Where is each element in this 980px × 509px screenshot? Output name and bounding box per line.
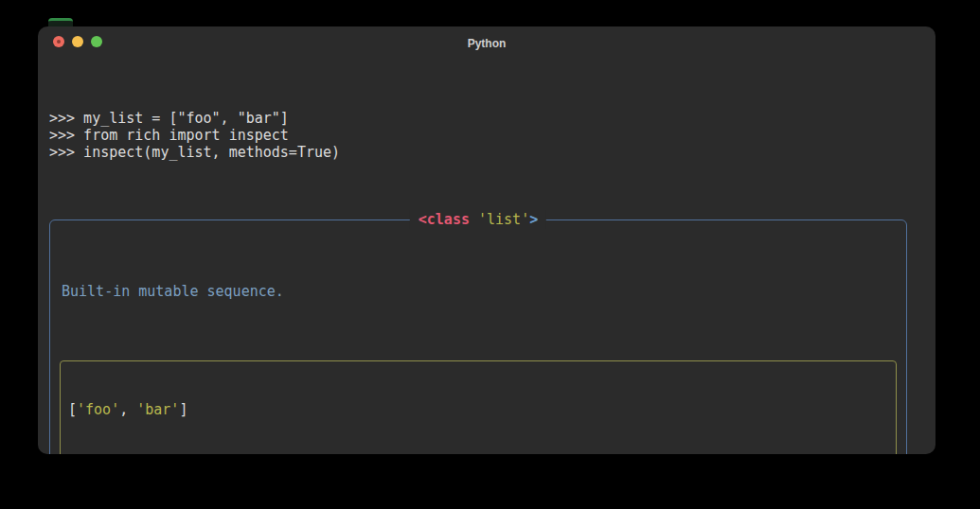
close-dot-icon bbox=[57, 40, 61, 44]
repl-line: >>> my_list = ["foo", "bar"] bbox=[49, 110, 924, 127]
repl-line: >>> inspect(my_list, methods=True) bbox=[49, 144, 924, 161]
close-button[interactable] bbox=[53, 36, 64, 47]
terminal-content[interactable]: >>> my_list = ["foo", "bar"]>>> from ric… bbox=[38, 55, 935, 454]
repl-history: >>> my_list = ["foo", "bar"]>>> from ric… bbox=[49, 110, 924, 161]
value-box: ['foo', 'bar'] bbox=[60, 360, 897, 454]
inspect-panel: <class 'list'> Built-in mutable sequence… bbox=[49, 219, 907, 454]
minimize-button[interactable] bbox=[72, 36, 83, 47]
value-line: ['foo', 'bar'] bbox=[68, 401, 888, 418]
panel-title: <class 'list'> bbox=[410, 210, 546, 229]
terminal-window: Python >>> my_list = ["foo", "bar"]>>> f… bbox=[38, 26, 935, 454]
class-docstring: Built-in mutable sequence. bbox=[58, 283, 899, 300]
repl-line: >>> from rich import inspect bbox=[49, 127, 924, 144]
titlebar: Python bbox=[38, 26, 935, 55]
window-controls bbox=[53, 36, 102, 47]
desktop: Python >>> my_list = ["foo", "bar"]>>> f… bbox=[0, 0, 980, 509]
window-title: Python bbox=[38, 31, 935, 50]
zoom-button[interactable] bbox=[91, 36, 102, 47]
